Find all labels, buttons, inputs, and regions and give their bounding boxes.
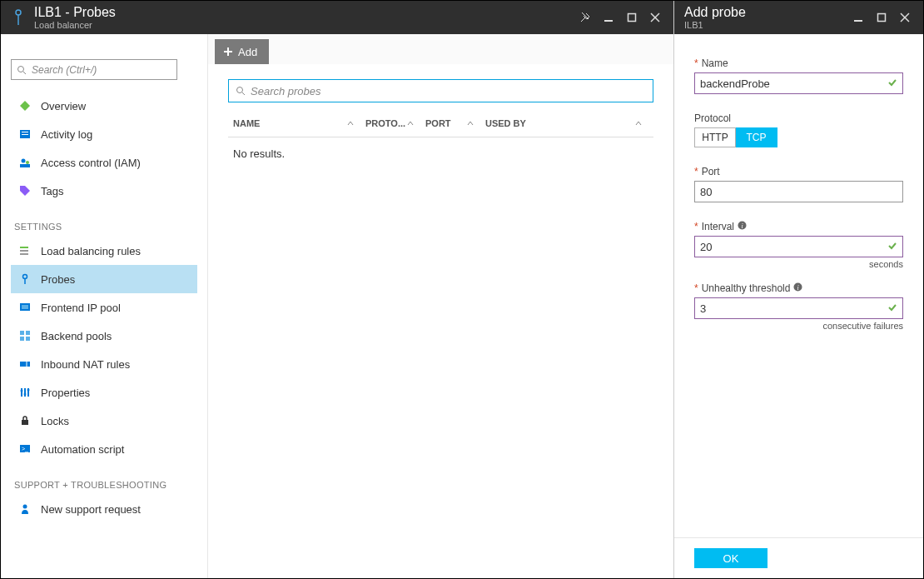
column-name[interactable]: NAME	[228, 118, 365, 128]
svg-point-6	[18, 66, 24, 72]
interval-hint: seconds	[694, 259, 903, 269]
svg-rect-24	[26, 337, 30, 341]
grid-header: NAME PROTO... PORT	[228, 109, 653, 137]
left-blade-titlebar: ILB1 - Probes Load balancer	[1, 1, 673, 34]
inbound-nat-icon	[16, 358, 34, 370]
info-icon[interactable]: i	[793, 282, 802, 294]
close-icon[interactable]	[643, 6, 667, 29]
blade-subtitle: Load balancer	[34, 20, 116, 30]
sidebar-item-automation[interactable]: >_ Automation script	[11, 435, 197, 463]
protocol-option-tcp[interactable]: TCP	[736, 127, 777, 147]
close-icon[interactable]	[893, 6, 917, 29]
sidebar-item-frontend-ip[interactable]: Frontend IP pool	[11, 293, 197, 322]
search-probes-placeholder: Search probes	[251, 85, 321, 97]
svg-point-30	[24, 393, 27, 396]
svg-rect-23	[20, 337, 24, 341]
name-input[interactable]: backendProbe	[694, 72, 903, 94]
protocol-label: Protocol	[694, 112, 903, 124]
svg-rect-22	[26, 331, 30, 335]
svg-rect-20	[22, 305, 28, 309]
sidebar-search[interactable]: Search (Ctrl+/)	[11, 59, 177, 80]
sidebar-item-locks[interactable]: Locks	[11, 407, 197, 435]
right-blade-footer: OK	[674, 537, 923, 578]
interval-input[interactable]: 20	[694, 236, 903, 257]
ok-button-label: OK	[723, 552, 739, 565]
sidebar-item-label: Overview	[41, 100, 86, 112]
right-blade-titlebar: Add probe ILB1	[674, 1, 923, 34]
ok-button[interactable]: OK	[694, 548, 768, 568]
pin-icon[interactable]	[574, 6, 597, 29]
maximize-icon[interactable]	[870, 6, 893, 29]
sidebar-item-backend-pools[interactable]: Backend pools	[11, 322, 197, 350]
svg-point-17	[23, 275, 27, 279]
protocol-option-http[interactable]: HTTP	[694, 127, 736, 147]
column-protocol[interactable]: PROTO...	[365, 118, 425, 128]
sidebar-item-probes[interactable]: Probes	[11, 265, 197, 293]
sidebar-item-activity-log[interactable]: Activity log	[11, 120, 197, 148]
svg-point-35	[23, 505, 27, 509]
sort-caret-icon	[635, 118, 653, 128]
protocol-segmented: HTTP TCP	[694, 127, 903, 147]
sort-caret-icon	[467, 118, 485, 128]
sidebar-item-label: Activity log	[41, 128, 92, 141]
threshold-label: *Unhealthy threshold i	[694, 282, 903, 294]
sidebar-item-label: Load balancing rules	[41, 245, 141, 257]
column-port[interactable]: PORT	[425, 118, 485, 128]
svg-rect-10	[22, 134, 28, 135]
minimize-icon[interactable]	[597, 6, 620, 29]
svg-line-7	[23, 72, 26, 74]
port-label: *Port	[694, 166, 903, 177]
sidebar-item-label: Automation script	[41, 443, 124, 456]
name-label: *Name	[694, 57, 903, 69]
add-button-label: Add	[238, 46, 257, 58]
svg-point-38	[237, 87, 243, 93]
sidebar-item-label: Locks	[41, 415, 69, 427]
automation-icon: >_	[16, 443, 34, 455]
right-blade-title: Add probe	[684, 5, 746, 20]
sort-caret-icon	[407, 118, 425, 128]
column-used-by[interactable]: USED BY	[485, 118, 653, 128]
probes-icon	[16, 273, 34, 285]
name-value: backendProbe	[700, 77, 770, 90]
threshold-hint: consecutive failures	[694, 321, 903, 331]
sidebar-search-placeholder: Search (Ctrl+/)	[32, 64, 97, 76]
minimize-icon[interactable]	[847, 6, 870, 29]
threshold-value: 3	[700, 302, 706, 315]
svg-rect-9	[22, 132, 28, 132]
check-icon	[887, 77, 897, 90]
sidebar-section-support: Support + Troubleshooting	[14, 480, 197, 490]
sidebar-item-label: Backend pools	[41, 330, 112, 342]
svg-point-11	[22, 159, 26, 163]
plus-icon	[223, 47, 233, 57]
tags-icon	[16, 185, 34, 197]
svg-rect-32	[22, 420, 28, 425]
sidebar-item-overview[interactable]: Overview	[11, 92, 197, 120]
sidebar-item-tags[interactable]: Tags	[11, 177, 197, 205]
svg-text:i: i	[741, 222, 743, 230]
info-icon[interactable]: i	[738, 221, 747, 232]
access-control-icon	[16, 157, 34, 168]
sidebar-item-access-control[interactable]: Access control (IAM)	[11, 148, 197, 177]
load-balancer-icon	[9, 9, 27, 26]
maximize-icon[interactable]	[620, 6, 643, 29]
sidebar-item-new-support[interactable]: New support request	[11, 495, 197, 523]
sidebar-item-lb-rules[interactable]: Load balancing rules	[11, 237, 197, 265]
svg-point-12	[26, 161, 29, 164]
sort-caret-icon	[347, 118, 365, 128]
svg-rect-21	[20, 331, 24, 335]
grid-empty-text: No results.	[228, 137, 653, 170]
port-value: 80	[700, 186, 712, 198]
properties-icon	[16, 387, 34, 398]
sidebar-item-properties[interactable]: Properties	[11, 378, 197, 407]
sidebar-item-label: Properties	[41, 387, 90, 399]
sidebar-item-inbound-nat[interactable]: Inbound NAT rules	[11, 350, 197, 378]
svg-rect-3	[628, 14, 636, 22]
add-button[interactable]: Add	[215, 39, 269, 64]
port-input[interactable]: 80	[694, 181, 903, 202]
activity-log-icon	[16, 128, 34, 140]
lb-rules-icon	[16, 245, 34, 257]
search-probes-input[interactable]: Search probes	[228, 79, 653, 102]
svg-point-29	[21, 390, 23, 392]
threshold-input[interactable]: 3	[694, 297, 903, 319]
sidebar-item-label: Access control (IAM)	[41, 157, 141, 169]
